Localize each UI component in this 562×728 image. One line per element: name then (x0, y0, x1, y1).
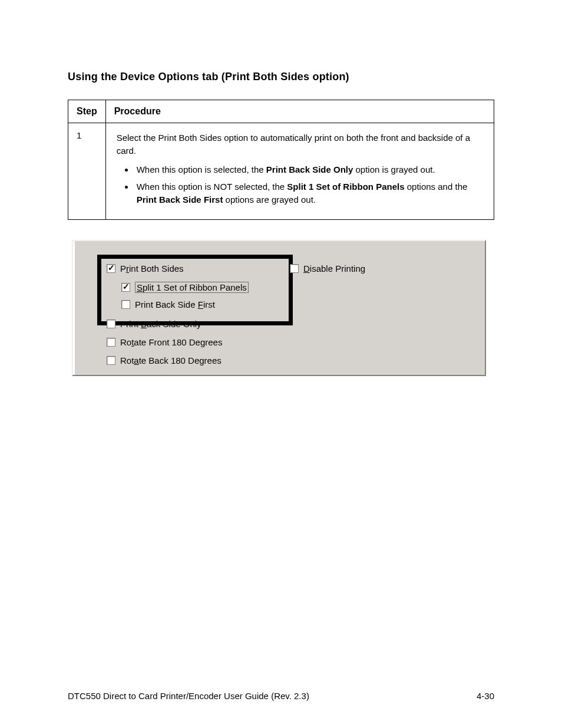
checkbox-icon (107, 264, 115, 273)
column-header-step: Step (68, 100, 106, 123)
procedure-cell: Select the Print Both Sides option to au… (105, 123, 494, 220)
checkbox-label: Disable Printing (303, 263, 365, 274)
list-item: When this option is NOT selected, the Sp… (134, 180, 483, 206)
split-ribbon-panels-checkbox[interactable]: Split 1 Set of Ribbon Panels (121, 282, 249, 293)
rotate-front-180-checkbox[interactable]: Rotate Front 180 Degrees (107, 337, 222, 347)
checkbox-icon (107, 319, 115, 328)
column-header-procedure: Procedure (105, 100, 494, 123)
step-number-cell: 1 (68, 123, 106, 220)
checkbox-label: Print Back Side First (135, 299, 215, 309)
document-page: Using the Device Options tab (Print Both… (0, 0, 562, 728)
list-item: When this option is selected, the Print … (134, 163, 483, 176)
rotate-back-180-checkbox[interactable]: Rotate Back 180 Degrees (107, 355, 222, 365)
checkbox-icon (107, 356, 115, 365)
procedure-lead-text: Select the Print Both Sides option to au… (117, 131, 483, 157)
checkbox-label: Print Both Sides (120, 263, 184, 274)
footer-doc-title: DTC550 Direct to Card Printer/Encoder Us… (68, 691, 309, 701)
procedure-table: Step Procedure 1 Select the Print Both S… (68, 100, 494, 220)
disable-printing-checkbox[interactable]: Disable Printing (290, 263, 365, 274)
table-row: 1 Select the Print Both Sides option to … (68, 123, 494, 220)
checkbox-icon (121, 283, 130, 292)
checkbox-icon (121, 300, 130, 309)
checkbox-icon (290, 264, 299, 273)
footer-page-number: 4-30 (477, 691, 494, 701)
checkbox-label: Print Back Side Only (120, 319, 201, 329)
print-back-side-only-checkbox[interactable]: Print Back Side Only (107, 319, 201, 329)
page-footer: DTC550 Direct to Card Printer/Encoder Us… (68, 691, 494, 701)
checkbox-label: Split 1 Set of Ribbon Panels (135, 282, 249, 293)
checkbox-label: Rotate Back 180 Degrees (120, 355, 222, 365)
print-both-sides-checkbox[interactable]: Print Both Sides (107, 263, 184, 274)
section-title: Using the Device Options tab (Print Both… (68, 71, 494, 83)
checkbox-label: Rotate Front 180 Degrees (120, 337, 222, 347)
print-back-side-first-checkbox[interactable]: Print Back Side First (121, 299, 215, 309)
procedure-bullets: When this option is selected, the Print … (117, 163, 483, 206)
dialog-screenshot: Print Both Sides Split 1 Set of Ribbon P… (72, 240, 486, 376)
checkbox-icon (107, 338, 115, 347)
